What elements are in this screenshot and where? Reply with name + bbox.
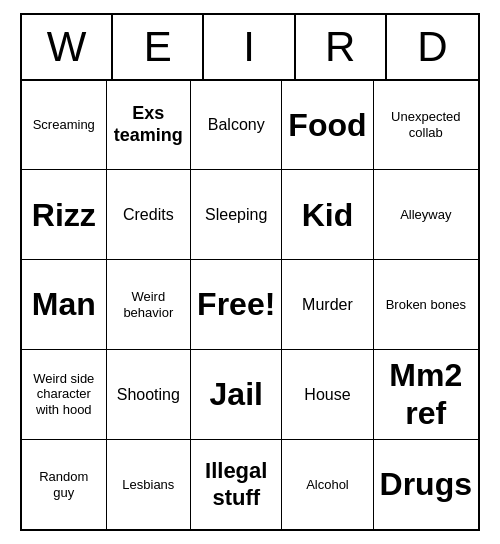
bingo-cell: Lesbians	[107, 440, 192, 530]
bingo-cell: Kid	[282, 170, 373, 260]
bingo-cell: Drugs	[374, 440, 478, 530]
bingo-cell: Broken bones	[374, 260, 478, 350]
bingo-cell: Illegal stuff	[191, 440, 282, 530]
bingo-cell: Murder	[282, 260, 373, 350]
bingo-cell: Balcony	[191, 81, 282, 171]
bingo-card: WEIRD ScreamingExs teamingBalconyFoodUne…	[20, 13, 480, 532]
bingo-cell: Credits	[107, 170, 192, 260]
bingo-cell: Weird behavior	[107, 260, 192, 350]
bingo-cell: Sleeping	[191, 170, 282, 260]
bingo-cell: Alcohol	[282, 440, 373, 530]
header-letter: I	[204, 15, 295, 79]
header-letter: E	[113, 15, 204, 79]
bingo-header: WEIRD	[22, 15, 478, 81]
bingo-cell: Jail	[191, 350, 282, 440]
bingo-cell: Alleyway	[374, 170, 478, 260]
bingo-cell: Weird side character with hood	[22, 350, 107, 440]
header-letter: R	[296, 15, 387, 79]
bingo-cell: Exs teaming	[107, 81, 192, 171]
bingo-cell: Rizz	[22, 170, 107, 260]
bingo-cell: Screaming	[22, 81, 107, 171]
bingo-grid: ScreamingExs teamingBalconyFoodUnexpecte…	[22, 81, 478, 530]
bingo-cell: Random guy	[22, 440, 107, 530]
bingo-cell: Food	[282, 81, 373, 171]
header-letter: D	[387, 15, 478, 79]
bingo-cell: Mm2 ref	[374, 350, 478, 440]
bingo-cell: Shooting	[107, 350, 192, 440]
bingo-cell: House	[282, 350, 373, 440]
bingo-cell: Man	[22, 260, 107, 350]
bingo-cell: Free!	[191, 260, 282, 350]
bingo-cell: Unexpected collab	[374, 81, 478, 171]
header-letter: W	[22, 15, 113, 79]
